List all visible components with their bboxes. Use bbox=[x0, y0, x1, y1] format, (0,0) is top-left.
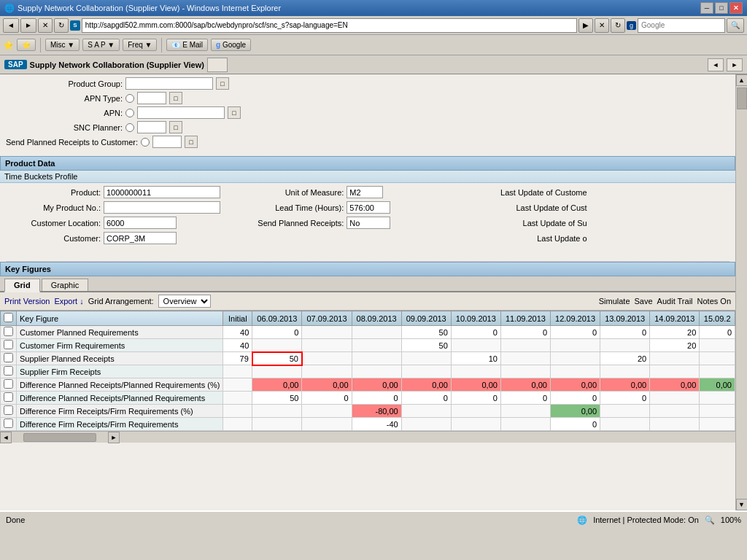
d3-cell[interactable]: -80,00 bbox=[352, 405, 401, 418]
arrangement-select[interactable]: Overview bbox=[158, 295, 211, 308]
d8-cell[interactable]: 20 bbox=[600, 352, 650, 365]
d6-cell[interactable] bbox=[500, 365, 550, 378]
search-input[interactable] bbox=[638, 18, 725, 33]
d1-cell[interactable]: 50 bbox=[252, 352, 302, 365]
d8-cell[interactable]: 0 bbox=[600, 392, 650, 405]
d8-cell[interactable] bbox=[600, 418, 650, 431]
d2-cell[interactable] bbox=[302, 339, 352, 352]
d8-cell[interactable] bbox=[600, 405, 650, 418]
row-checkbox[interactable] bbox=[4, 379, 13, 389]
d1-cell[interactable] bbox=[252, 339, 302, 352]
initial-cell[interactable] bbox=[223, 418, 252, 431]
sap-nav-btn2[interactable]: ► bbox=[727, 58, 743, 71]
back-button[interactable]: ◄ bbox=[3, 18, 19, 33]
scroll-v-thumb[interactable] bbox=[737, 88, 747, 109]
d10-cell[interactable] bbox=[700, 339, 735, 352]
uom-input[interactable] bbox=[347, 186, 383, 198]
snc-planner-input[interactable] bbox=[137, 121, 166, 133]
d5-cell[interactable] bbox=[451, 365, 500, 378]
horizontal-scrollbar[interactable]: ◄ ► bbox=[0, 431, 735, 443]
apn-radio[interactable] bbox=[125, 109, 134, 117]
initial-cell[interactable] bbox=[223, 378, 252, 392]
audit-trail-button[interactable]: Audit Trail bbox=[657, 297, 693, 306]
d10-cell[interactable] bbox=[700, 418, 735, 431]
freq-button[interactable]: Freq ▼ bbox=[123, 39, 157, 51]
row-checkbox[interactable] bbox=[4, 366, 13, 376]
scroll-h-thumb[interactable] bbox=[23, 433, 96, 442]
d6-cell[interactable] bbox=[500, 418, 550, 431]
sap-button[interactable]: S A P ▼ bbox=[82, 39, 120, 51]
go-button[interactable]: ▶ bbox=[578, 18, 593, 33]
d6-cell[interactable]: 0,00 bbox=[500, 378, 550, 392]
d10-cell[interactable] bbox=[700, 405, 735, 418]
d2-cell[interactable]: 0 bbox=[302, 392, 352, 405]
d7-cell[interactable] bbox=[551, 365, 600, 378]
d4-cell[interactable] bbox=[401, 352, 451, 365]
d1-cell[interactable]: 0 bbox=[252, 326, 302, 339]
vertical-scrollbar[interactable]: ▲ ▼ bbox=[735, 74, 747, 510]
apn-type-radio[interactable] bbox=[125, 94, 134, 103]
row-checkbox[interactable] bbox=[4, 419, 13, 428]
lead-time-input[interactable] bbox=[347, 201, 390, 214]
d9-cell[interactable] bbox=[650, 352, 700, 365]
d8-cell[interactable]: 0 bbox=[600, 326, 650, 339]
refresh-nav-button[interactable]: ↻ bbox=[611, 18, 625, 33]
print-version-button[interactable]: Print Version bbox=[4, 297, 50, 306]
d3-cell[interactable] bbox=[352, 326, 401, 339]
d4-cell[interactable] bbox=[401, 365, 451, 378]
scroll-right-button[interactable]: ► bbox=[108, 432, 120, 443]
send-planned-input[interactable] bbox=[152, 136, 182, 148]
initial-cell[interactable] bbox=[223, 405, 252, 418]
my-product-input[interactable] bbox=[104, 201, 220, 214]
d3-cell[interactable] bbox=[352, 365, 401, 378]
d1-cell[interactable] bbox=[252, 405, 302, 418]
sap-field[interactable] bbox=[207, 58, 228, 72]
d3-cell[interactable] bbox=[352, 339, 401, 352]
d7-cell[interactable]: 0 bbox=[551, 392, 600, 405]
d7-cell[interactable]: 0,00 bbox=[551, 405, 600, 418]
simulate-button[interactable]: Simulate bbox=[599, 297, 630, 306]
apn-type-input[interactable] bbox=[137, 92, 166, 104]
d4-cell[interactable]: 0,00 bbox=[401, 378, 451, 392]
apn-input[interactable] bbox=[137, 106, 225, 119]
customer-location-input[interactable] bbox=[104, 217, 177, 229]
send-planned-receipts-input[interactable] bbox=[347, 217, 390, 229]
d3-cell[interactable]: 0,00 bbox=[352, 378, 401, 392]
scroll-up-button[interactable]: ▲ bbox=[736, 74, 748, 86]
misc-button[interactable]: Misc ▼ bbox=[45, 39, 80, 51]
d8-cell[interactable] bbox=[600, 365, 650, 378]
d2-cell[interactable] bbox=[302, 326, 352, 339]
d4-cell[interactable]: 50 bbox=[401, 326, 451, 339]
d9-cell[interactable]: 20 bbox=[650, 326, 700, 339]
stop-button[interactable]: ✕ bbox=[38, 18, 53, 33]
address-bar[interactable] bbox=[82, 18, 577, 33]
d7-cell[interactable]: 0 bbox=[551, 418, 600, 431]
customer-input[interactable] bbox=[104, 232, 177, 244]
initial-cell[interactable]: 40 bbox=[223, 339, 252, 352]
d10-cell[interactable]: 0 bbox=[700, 326, 735, 339]
d10-cell[interactable] bbox=[700, 365, 735, 378]
d10-cell[interactable] bbox=[700, 352, 735, 365]
d3-cell[interactable] bbox=[352, 352, 401, 365]
stop-nav-button[interactable]: ✕ bbox=[595, 18, 609, 33]
d1-cell[interactable] bbox=[252, 418, 302, 431]
d6-cell[interactable]: 0 bbox=[500, 392, 550, 405]
search-button[interactable]: 🔍 bbox=[727, 18, 744, 33]
tab-graphic[interactable]: Graphic bbox=[42, 279, 89, 291]
d5-cell[interactable] bbox=[451, 418, 500, 431]
d7-cell[interactable]: 0,00 bbox=[551, 378, 600, 392]
product-input[interactable] bbox=[104, 186, 220, 198]
apn-open-btn[interactable]: □ bbox=[228, 106, 241, 119]
favorites-button[interactable]: ⭐ bbox=[17, 39, 36, 51]
minimize-button[interactable]: ─ bbox=[700, 2, 713, 14]
d5-cell[interactable] bbox=[451, 339, 500, 352]
initial-cell[interactable] bbox=[223, 392, 252, 405]
row-checkbox[interactable] bbox=[4, 405, 13, 415]
d1-cell[interactable] bbox=[252, 365, 302, 378]
d7-cell[interactable]: 0 bbox=[551, 326, 600, 339]
row-checkbox[interactable] bbox=[4, 340, 13, 349]
row-checkbox[interactable] bbox=[4, 327, 13, 336]
sap-nav-btn1[interactable]: ◄ bbox=[708, 58, 724, 71]
product-group-open-btn[interactable]: □ bbox=[216, 77, 229, 90]
d9-cell[interactable] bbox=[650, 405, 700, 418]
